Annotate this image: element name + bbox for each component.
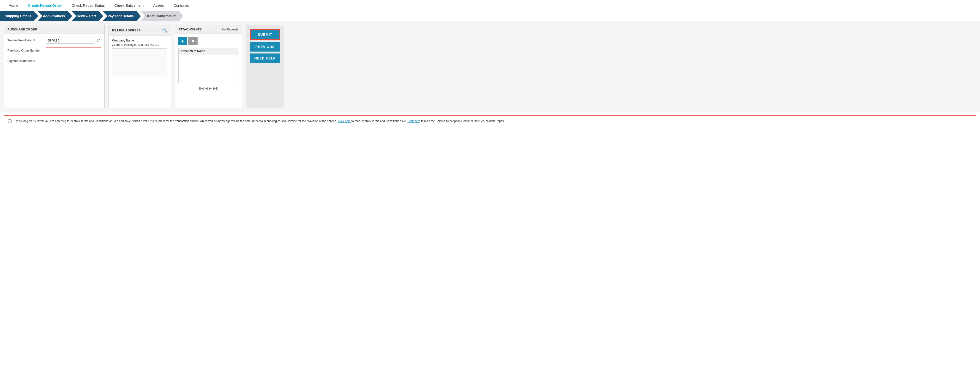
step-add-products[interactable]: Add Products bbox=[38, 11, 72, 21]
purchase-order-header: PURCHASE ORDER bbox=[4, 25, 105, 34]
po-number-label: Purchase Order Number bbox=[8, 48, 46, 52]
main-content: PURCHASE ORDER Transaction Amount 🗋 Purc… bbox=[0, 21, 980, 112]
po-number-input[interactable] bbox=[46, 48, 101, 54]
payment-comments-row: Payment Comments bbox=[8, 58, 101, 78]
payment-comments-textarea[interactable] bbox=[46, 58, 101, 77]
no-records-text: No Records bbox=[222, 28, 239, 31]
terms-text-between: to read Zebra's Terms and Conditions Sal… bbox=[350, 119, 407, 123]
terms-text-before: By clicking on "Submit" you are agreeing… bbox=[14, 119, 338, 123]
terms-section: By clicking on "Submit" you are agreeing… bbox=[4, 115, 976, 127]
transaction-amount-field: 🗋 bbox=[46, 37, 101, 44]
table-row bbox=[179, 54, 239, 83]
terms-link-2[interactable]: Click here bbox=[407, 119, 420, 123]
step-review-cart[interactable]: Review Cart bbox=[72, 11, 103, 21]
remove-attachment-button[interactable]: ✕ bbox=[188, 37, 197, 45]
billing-address-box bbox=[112, 48, 167, 77]
steps-bar: Shipping Details Add Products Review Car… bbox=[0, 11, 980, 21]
step-shipping-details[interactable]: Shipping Details bbox=[0, 11, 38, 21]
transaction-amount-input[interactable] bbox=[46, 37, 94, 44]
pagination-first[interactable]: ▮◀ bbox=[199, 86, 204, 90]
pagination-prev[interactable]: ◀ bbox=[205, 86, 208, 90]
step-order-confirmation[interactable]: Order Confirmation bbox=[141, 11, 184, 21]
nav-assets[interactable]: Assets bbox=[148, 0, 169, 11]
submit-button[interactable]: SUBMIT bbox=[250, 29, 280, 40]
terms-checkbox[interactable] bbox=[8, 119, 11, 123]
billing-address-body: Company Name Zebra Technologies Australi… bbox=[109, 35, 171, 81]
top-nav: Home Create Repair Order Check Repair St… bbox=[0, 0, 980, 11]
attachment-buttons: + ✕ bbox=[178, 37, 239, 45]
billing-search-icon[interactable]: 🔍 bbox=[162, 28, 167, 33]
need-help-button[interactable]: NEED HELP bbox=[250, 54, 280, 63]
terms-text: By clicking on "Submit" you are agreeing… bbox=[14, 119, 504, 123]
terms-text-after: to read the Service Description Document… bbox=[420, 119, 505, 123]
action-panel: SUBMIT PREVIOUS NEED HELP bbox=[246, 25, 284, 108]
attachments-panel: ATTACHMENTS No Records + ✕ Attachment Na… bbox=[175, 25, 242, 108]
previous-button[interactable]: PREVIOUS bbox=[250, 42, 280, 52]
document-icon[interactable]: 🗋 bbox=[96, 38, 101, 43]
terms-link-1[interactable]: Click here bbox=[338, 119, 350, 123]
attachments-table-body bbox=[179, 54, 239, 83]
pagination-next[interactable]: ▶ bbox=[209, 86, 212, 90]
step-payment-details[interactable]: Payment Details bbox=[103, 11, 141, 21]
add-attachment-button[interactable]: + bbox=[178, 37, 187, 45]
pagination-controls: ▮◀ ◀ ▶ ▶▮ bbox=[178, 85, 239, 92]
attachments-table: Attachment Name bbox=[178, 48, 239, 83]
company-name-value: Zebra Technologies Australia Pty Lt... bbox=[112, 43, 167, 46]
attachments-body: + ✕ Attachment Name ▮◀ ◀ ▶ ▶▮ bbox=[175, 34, 242, 95]
pagination-last[interactable]: ▶▮ bbox=[213, 86, 218, 90]
payment-comments-field bbox=[46, 58, 101, 78]
company-name-label: Company Name bbox=[112, 39, 167, 42]
attachments-header: ATTACHMENTS No Records bbox=[175, 25, 242, 34]
billing-address-panel: BILLING ADDRESS 🔍 Company Name Zebra Tec… bbox=[108, 25, 171, 108]
nav-home[interactable]: Home bbox=[4, 0, 23, 11]
nav-check-entitlement[interactable]: Check Entitlement bbox=[110, 0, 148, 11]
nav-create-repair-order[interactable]: Create Repair Order bbox=[23, 0, 67, 11]
purchase-order-body: Transaction Amount 🗋 Purchase Order Numb… bbox=[4, 34, 105, 85]
attachment-name-header: Attachment Name bbox=[179, 48, 239, 54]
po-number-field bbox=[46, 48, 101, 54]
purchase-order-panel: PURCHASE ORDER Transaction Amount 🗋 Purc… bbox=[4, 25, 105, 108]
billing-address-header: BILLING ADDRESS 🔍 bbox=[109, 25, 171, 35]
payment-comments-label: Payment Comments bbox=[8, 58, 46, 63]
transaction-amount-row: Transaction Amount 🗋 bbox=[8, 37, 101, 44]
nav-contracts[interactable]: Contracts bbox=[169, 0, 194, 11]
transaction-amount-label: Transaction Amount bbox=[8, 37, 46, 42]
nav-check-repair-status[interactable]: Check Repair Status bbox=[67, 0, 110, 11]
po-number-row: Purchase Order Number bbox=[8, 48, 101, 54]
